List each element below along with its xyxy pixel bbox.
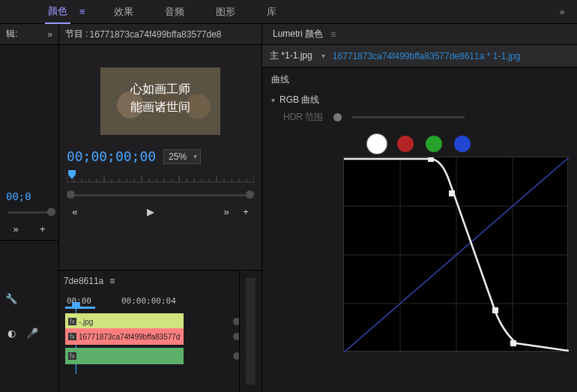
wrench-icon[interactable]: 🔧 <box>4 292 18 305</box>
program-tc-row: 00;00;00;00 25% ▾ <box>59 144 262 169</box>
channel-selector <box>271 136 568 152</box>
clip-a1[interactable]: fx <box>65 348 184 364</box>
scrollbar-thumb-left[interactable] <box>67 190 75 199</box>
program-timecode[interactable]: 00;00;00;00 <box>67 148 156 164</box>
timeline-tab-label: 7de8611a <box>64 276 103 286</box>
scrollbar-thumb-right[interactable] <box>246 190 254 199</box>
clip-v1[interactable]: fx 16771873ca74f499bffa83577d <box>65 328 184 345</box>
chevron-down-icon: ▾ <box>193 152 197 160</box>
program-title-prefix: 节目 : <box>65 28 88 40</box>
edit-panel-header[interactable]: 辑: » <box>0 24 58 45</box>
mic-icon[interactable]: 🎤 <box>25 326 39 340</box>
tab-menu-icon[interactable]: ≡ <box>79 6 85 17</box>
edit-panel-title: 辑: <box>6 28 17 40</box>
lumetri-body: 曲线 ▾ RGB 曲线 HDR 范围 <box>262 67 577 358</box>
channel-white[interactable] <box>369 136 385 152</box>
master-dropdown-icon[interactable]: ▾ <box>321 52 325 60</box>
tab-library[interactable]: 库 <box>264 1 280 23</box>
timeline-row: 7de8611a ≡ 00;00 00;00;00;04 fx <box>59 270 262 392</box>
left-lower-panel: 🔧 ◐ 🎤 <box>0 240 58 392</box>
rgb-curve-editor[interactable] <box>343 157 568 352</box>
edit-column: 辑: » 00;0 » + 🔧 ◐ 🎤 <box>0 24 59 392</box>
program-scrollbar[interactable] <box>67 190 254 200</box>
tab-color[interactable]: 颜色 <box>45 0 70 24</box>
edit-panel-overflow-icon[interactable]: » <box>47 29 52 40</box>
edit-jump-icon[interactable]: » <box>9 222 22 235</box>
timeline-panel-header[interactable]: 7de8611a ≡ <box>59 271 239 292</box>
lumetri-panel-header[interactable]: Lumetri 颜色 ≡ <box>262 24 577 45</box>
svg-text:能画诸世间: 能画诸世间 <box>130 100 190 113</box>
fx-badge: fx <box>68 318 76 325</box>
tab-audio[interactable]: 音频 <box>162 1 187 23</box>
program-preview[interactable]: 心如画工师 能画诸世间 <box>100 67 220 135</box>
tabs-overflow-icon[interactable]: » <box>547 6 577 17</box>
hdr-slider-track[interactable] <box>352 116 465 118</box>
edit-timecode[interactable]: 00;0 <box>0 187 58 205</box>
svg-rect-45 <box>510 340 516 346</box>
top-tab-bar: 颜色 ≡ 效果 音频 图形 库 » <box>0 0 577 24</box>
lumetri-sequence-link[interactable]: 16771873ca74f499bffa83577de8611a * 1-1.j… <box>333 51 521 61</box>
clip-v1-label: 16771873ca74f499bffa83577d <box>79 333 181 341</box>
program-ruler[interactable] <box>67 170 254 187</box>
tab-effects[interactable]: 效果 <box>111 1 136 23</box>
lumetri-menu-icon[interactable]: ≡ <box>330 29 336 40</box>
program-panel-header[interactable]: 节目 : 16771873ca74f499bffa83577de8 <box>59 24 262 45</box>
svg-rect-44 <box>492 307 498 313</box>
eye-icon[interactable]: ◐ <box>4 326 18 340</box>
edit-slider-thumb[interactable] <box>47 208 55 216</box>
curves-section-title[interactable]: 曲线 <box>271 73 568 86</box>
timeline-tool-icons: 🔧 ◐ 🎤 <box>0 247 58 346</box>
zoom-value: 25% <box>169 151 187 162</box>
timeline-menu-icon[interactable]: ≡ <box>109 276 115 286</box>
timeline-body: 00;00 00;00;00;04 fx -.jpg <box>59 292 239 386</box>
svg-rect-43 <box>449 190 455 196</box>
program-transport: « ▶ » + <box>59 200 262 223</box>
program-monitor: 心如画工师 能画诸世间 00;00;00;00 25% ▾ <box>59 45 262 270</box>
program-title-name: 16771873ca74f499bffa83577de8 <box>90 29 222 40</box>
edit-controls: » + <box>0 217 58 240</box>
fx-badge: fx <box>68 333 76 340</box>
timeline-ruler[interactable]: 00;00 00;00;00;04 <box>67 296 239 306</box>
program-column: 节目 : 16771873ca74f499bffa83577de8 心如画工师 … <box>59 24 262 392</box>
lumetri-column: Lumetri 颜色 ≡ 主 *1-1.jpg ▾ 16771873ca74f4… <box>262 24 577 392</box>
svg-text:心如画工师: 心如画工师 <box>130 82 190 95</box>
hdr-label: HDR 范围 <box>283 111 323 124</box>
channel-green[interactable] <box>426 136 442 152</box>
edit-add-icon[interactable]: + <box>36 222 49 235</box>
timeline-tracks[interactable]: 00;00 00;00;00;04 fx -.jpg <box>64 296 239 386</box>
lumetri-clip-bar: 主 *1-1.jpg ▾ 16771873ca74f499bffa83577de… <box>262 45 577 67</box>
timeline-panel: 7de8611a ≡ 00;00 00;00;00;04 fx <box>59 271 239 392</box>
svg-rect-42 <box>428 157 434 162</box>
audio-meter[interactable] <box>239 271 262 392</box>
zoom-select[interactable]: 25% ▾ <box>163 149 201 164</box>
work-area[interactable] <box>65 307 95 309</box>
channel-red[interactable] <box>397 136 414 152</box>
edit-panel-body <box>0 45 58 187</box>
mark-add-icon[interactable]: + <box>239 205 253 218</box>
clip-v2-label: -.jpg <box>79 318 93 326</box>
step-back-icon[interactable]: « <box>68 205 82 218</box>
play-icon[interactable]: ▶ <box>144 205 157 218</box>
step-fwd-icon[interactable]: » <box>220 205 233 218</box>
tab-graphics[interactable]: 图形 <box>213 1 238 23</box>
hdr-slider-thumb[interactable] <box>333 113 342 121</box>
fx-badge: fx <box>68 352 76 360</box>
audio-meter-bar <box>246 278 256 385</box>
time-label-1: 00;00;00;04 <box>121 296 176 306</box>
rgb-curves-label: RGB 曲线 <box>280 94 319 106</box>
twisty-down-icon[interactable]: ▾ <box>271 96 275 104</box>
edit-slider[interactable] <box>3 207 55 217</box>
clip-v2[interactable]: fx -.jpg <box>65 313 184 330</box>
svg-marker-34 <box>68 170 76 179</box>
rgb-curves-row[interactable]: ▾ RGB 曲线 <box>271 94 568 106</box>
preview-image: 心如画工师 能画诸世间 <box>100 67 220 135</box>
lumetri-title: Lumetri 颜色 <box>273 28 323 40</box>
workspace: 辑: » 00;0 » + 🔧 ◐ 🎤 节目 : 16771873ca <box>0 24 577 392</box>
hdr-range-row: HDR 范围 <box>283 111 568 124</box>
lumetri-master-label: 主 *1-1.jpg <box>270 49 312 62</box>
channel-blue[interactable] <box>454 136 471 152</box>
